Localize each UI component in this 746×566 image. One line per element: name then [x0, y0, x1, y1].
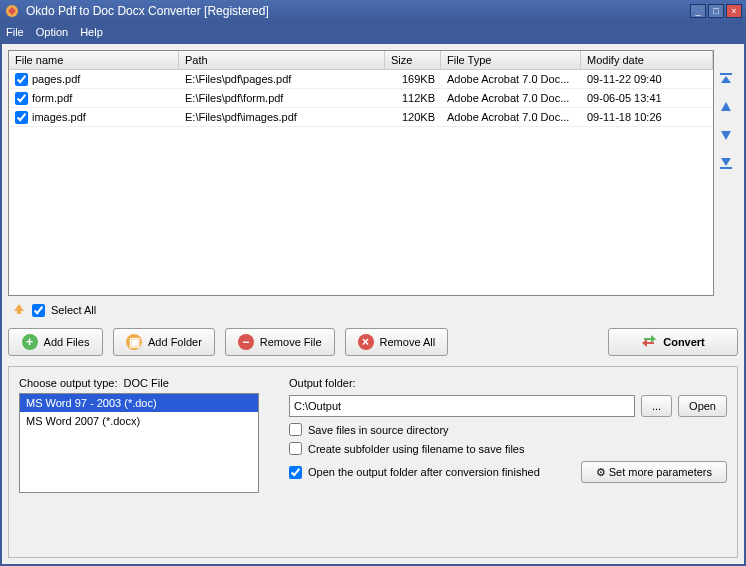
row-checkbox[interactable] [15, 73, 28, 86]
minimize-button[interactable]: _ [690, 4, 706, 18]
file-table[interactable]: File name Path Size File Type Modify dat… [8, 50, 714, 296]
add-files-button[interactable]: +Add Files [8, 328, 103, 356]
file-type: Adobe Acrobat 7.0 Doc... [441, 90, 581, 106]
file-date: 09-11-18 10:26 [581, 109, 713, 125]
gear-icon: ⚙ [596, 466, 606, 478]
create-subfolder-label: Create subfolder using filename to save … [308, 443, 524, 455]
menu-option[interactable]: Option [36, 26, 68, 38]
move-up-icon[interactable] [717, 98, 735, 116]
select-all-row: Select All [8, 296, 738, 324]
file-name: pages.pdf [32, 73, 80, 85]
remove-file-button[interactable]: −Remove File [225, 328, 335, 356]
table-row[interactable]: form.pdf E:\Files\pdf\form.pdf 112KB Ado… [9, 89, 713, 108]
move-bottom-icon[interactable] [717, 154, 735, 172]
close-button[interactable]: × [726, 4, 742, 18]
save-source-label: Save files in source directory [308, 424, 449, 436]
select-all-label: Select All [51, 304, 96, 316]
file-date: 09-11-22 09:40 [581, 71, 713, 87]
open-after-label: Open the output folder after conversion … [308, 466, 540, 478]
col-header-path[interactable]: Path [179, 51, 385, 69]
output-panel: Choose output type: DOC File MS Word 97 … [8, 366, 738, 558]
menu-file[interactable]: File [6, 26, 24, 38]
action-buttons: +Add Files ▣Add Folder −Remove File ×Rem… [8, 324, 738, 360]
create-subfolder-checkbox[interactable] [289, 442, 302, 455]
menu-help[interactable]: Help [80, 26, 103, 38]
titlebar: Okdo Pdf to Doc Docx Converter [Register… [0, 0, 746, 22]
file-size: 112KB [385, 90, 441, 106]
col-header-name[interactable]: File name [9, 51, 179, 69]
open-after-checkbox[interactable] [289, 466, 302, 479]
table-row[interactable]: pages.pdf E:\Files\pdf\pages.pdf 169KB A… [9, 70, 713, 89]
reorder-arrows [714, 50, 738, 296]
menubar: File Option Help [0, 22, 746, 42]
svg-rect-1 [720, 73, 732, 75]
row-checkbox[interactable] [15, 92, 28, 105]
output-folder-input[interactable] [289, 395, 635, 417]
set-parameters-button[interactable]: ⚙ Set more parameters [581, 461, 727, 483]
file-date: 09-06-05 13:41 [581, 90, 713, 106]
select-all-checkbox[interactable] [32, 304, 45, 317]
remove-all-button[interactable]: ×Remove All [345, 328, 449, 356]
svg-marker-4 [721, 131, 731, 140]
file-type: Adobe Acrobat 7.0 Doc... [441, 71, 581, 87]
save-source-checkbox[interactable] [289, 423, 302, 436]
svg-marker-2 [721, 76, 731, 83]
row-checkbox[interactable] [15, 111, 28, 124]
up-arrow-icon[interactable] [12, 302, 26, 318]
output-type-label: Choose output type: DOC File [19, 377, 259, 389]
file-path: E:\Files\pdf\form.pdf [179, 90, 385, 106]
output-type-item[interactable]: MS Word 2007 (*.docx) [20, 412, 258, 430]
file-type: Adobe Acrobat 7.0 Doc... [441, 109, 581, 125]
col-header-size[interactable]: Size [385, 51, 441, 69]
minus-icon: − [238, 334, 254, 350]
table-row[interactable]: images.pdf E:\Files\pdf\images.pdf 120KB… [9, 108, 713, 127]
output-type-item[interactable]: MS Word 97 - 2003 (*.doc) [20, 394, 258, 412]
convert-icon [641, 333, 657, 351]
open-folder-button[interactable]: Open [678, 395, 727, 417]
plus-icon: + [22, 334, 38, 350]
output-folder-label: Output folder: [289, 377, 727, 389]
folder-icon: ▣ [126, 334, 142, 350]
browse-button[interactable]: ... [641, 395, 672, 417]
file-path: E:\Files\pdf\images.pdf [179, 109, 385, 125]
file-path: E:\Files\pdf\pages.pdf [179, 71, 385, 87]
output-type-listbox[interactable]: MS Word 97 - 2003 (*.doc)MS Word 2007 (*… [19, 393, 259, 493]
window-title: Okdo Pdf to Doc Docx Converter [Register… [26, 4, 688, 18]
add-folder-button[interactable]: ▣Add Folder [113, 328, 215, 356]
main-panel: File name Path Size File Type Modify dat… [2, 44, 744, 564]
svg-marker-3 [721, 102, 731, 111]
convert-button[interactable]: Convert [608, 328, 738, 356]
table-body: pages.pdf E:\Files\pdf\pages.pdf 169KB A… [9, 70, 713, 295]
svg-rect-6 [720, 167, 732, 169]
col-header-date[interactable]: Modify date [581, 51, 713, 69]
move-top-icon[interactable] [717, 70, 735, 88]
file-name: images.pdf [32, 111, 86, 123]
file-name: form.pdf [32, 92, 72, 104]
svg-marker-7 [14, 304, 24, 314]
col-header-type[interactable]: File Type [441, 51, 581, 69]
x-icon: × [358, 334, 374, 350]
app-icon [4, 3, 20, 19]
maximize-button[interactable]: □ [708, 4, 724, 18]
file-size: 169KB [385, 71, 441, 87]
move-down-icon[interactable] [717, 126, 735, 144]
table-header: File name Path Size File Type Modify dat… [9, 51, 713, 70]
file-size: 120KB [385, 109, 441, 125]
svg-marker-5 [721, 158, 731, 166]
